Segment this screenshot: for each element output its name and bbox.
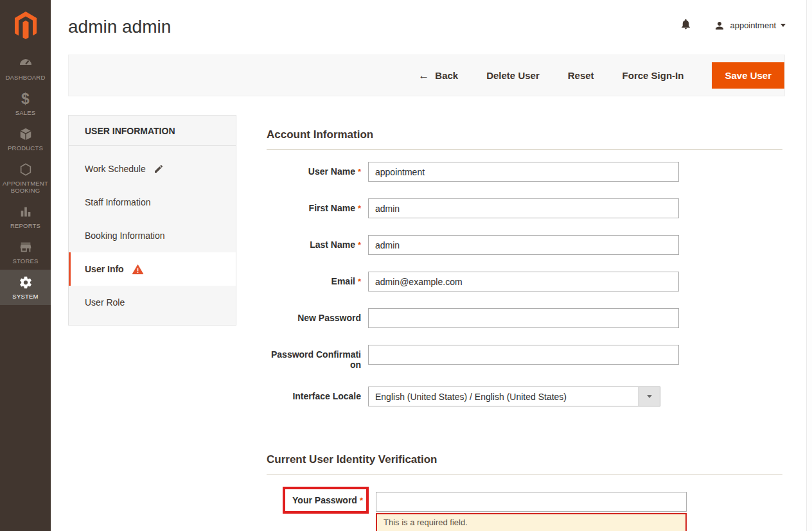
field-label: Password Confirmation bbox=[267, 345, 361, 370]
sidebar-item-label: SYSTEM bbox=[12, 293, 38, 300]
tab-label: User Info bbox=[85, 264, 124, 274]
delete-user-button[interactable]: Delete User bbox=[486, 70, 540, 81]
sidebar-item-sales[interactable]: $ SALES bbox=[0, 86, 51, 121]
account-information-heading: Account Information bbox=[267, 128, 782, 150]
sidebar-item-label: APPOINTMENT BOOKING bbox=[1, 180, 49, 194]
interface-locale-select[interactable]: English (United States) / English (Unite… bbox=[368, 387, 660, 406]
field-row-your-password: Your Password* This is a required field. bbox=[267, 487, 782, 531]
field-label: First Name* bbox=[267, 198, 361, 218]
products-icon bbox=[19, 126, 33, 142]
sidebar-item-label: SALES bbox=[15, 109, 36, 116]
system-gear-icon bbox=[19, 275, 33, 290]
sidebar-item-dashboard[interactable]: DASHBOARD bbox=[0, 51, 51, 86]
required-asterisk: * bbox=[358, 167, 361, 177]
sidebar-item-system[interactable]: SYSTEM bbox=[0, 270, 51, 305]
field-label: Interface Locale bbox=[267, 387, 361, 406]
field-label: User Name* bbox=[267, 162, 361, 182]
user-name-input[interactable] bbox=[368, 162, 679, 182]
tab-user-role[interactable]: User Role bbox=[69, 286, 236, 319]
user-menu-label: appointment bbox=[730, 21, 776, 30]
warning-triangle-icon bbox=[132, 263, 144, 275]
page-scrollbar[interactable] bbox=[806, 0, 812, 531]
tab-staff-information[interactable]: Staff Information bbox=[69, 186, 236, 219]
first-name-input[interactable] bbox=[368, 198, 679, 218]
tab-label: Booking Information bbox=[85, 231, 165, 241]
required-asterisk: * bbox=[360, 496, 363, 505]
appointment-booking-icon bbox=[19, 162, 33, 177]
tabs-panel-title: USER INFORMATION bbox=[69, 116, 236, 146]
caret-down-icon bbox=[781, 24, 786, 27]
identity-verification-heading: Current User Identity Verification bbox=[267, 453, 782, 474]
save-user-button[interactable]: Save User bbox=[712, 62, 784, 89]
field-label: Last Name* bbox=[267, 235, 361, 255]
field-label: Email* bbox=[267, 272, 361, 292]
tab-booking-information[interactable]: Booking Information bbox=[69, 219, 236, 252]
pencil-edit-icon bbox=[154, 164, 164, 174]
admin-user-menu[interactable]: appointment bbox=[714, 20, 786, 31]
page-header: admin admin appointment bbox=[51, 0, 812, 55]
sidebar-item-products[interactable]: PRODUCTS bbox=[0, 121, 51, 157]
sidebar-item-reports[interactable]: REPORTS bbox=[0, 199, 51, 234]
select-dropdown-button[interactable] bbox=[639, 387, 660, 406]
app-sidebar: DASHBOARD $ SALES PRODUCTS APPOINTMENT B… bbox=[0, 0, 51, 531]
back-arrow-icon: ← bbox=[418, 69, 429, 82]
your-password-input[interactable] bbox=[376, 492, 687, 512]
sidebar-item-stores[interactable]: STORES bbox=[0, 234, 51, 270]
tab-work-schedule[interactable]: Work Schedule bbox=[69, 152, 236, 186]
header-actions: appointment bbox=[680, 18, 786, 33]
magento-logo-icon bbox=[13, 12, 38, 40]
reset-button[interactable]: Reset bbox=[568, 70, 594, 81]
field-row-interface-locale: Interface Locale English (United States)… bbox=[267, 387, 782, 406]
password-confirmation-input[interactable] bbox=[368, 345, 679, 365]
user-information-tabs: USER INFORMATION Work Schedule Staff Inf… bbox=[68, 115, 236, 326]
field-row-new-password: New Password bbox=[267, 308, 782, 328]
back-button[interactable]: ← Back bbox=[418, 69, 458, 82]
required-asterisk: * bbox=[358, 204, 361, 213]
field-row-password-confirmation: Password Confirmation bbox=[267, 345, 782, 370]
field-row-first-name: First Name* bbox=[267, 198, 782, 218]
your-password-label-annotation: Your Password* bbox=[283, 487, 369, 514]
force-signin-button[interactable]: Force Sign-In bbox=[622, 70, 684, 81]
tab-label: Staff Information bbox=[85, 197, 150, 207]
dashboard-icon bbox=[18, 56, 33, 71]
sidebar-item-label: DASHBOARD bbox=[6, 74, 46, 81]
email-input[interactable] bbox=[368, 272, 679, 292]
field-row-user-name: User Name* bbox=[267, 162, 782, 182]
required-asterisk: * bbox=[358, 240, 361, 250]
sidebar-item-label: STORES bbox=[12, 257, 38, 265]
tabs-list: Work Schedule Staff Information Booking … bbox=[69, 146, 236, 325]
tab-user-info[interactable]: User Info bbox=[69, 252, 236, 286]
sidebar-item-label: REPORTS bbox=[10, 222, 40, 229]
last-name-input[interactable] bbox=[368, 235, 679, 255]
tab-label: User Role bbox=[85, 297, 125, 308]
magento-logo[interactable] bbox=[0, 0, 51, 51]
validation-error-message: This is a required field. bbox=[376, 513, 687, 531]
new-password-input[interactable] bbox=[368, 308, 679, 328]
page-title: admin admin bbox=[68, 17, 171, 37]
reports-icon bbox=[19, 204, 33, 220]
user-edit-form: Account Information User Name* First Nam… bbox=[267, 128, 782, 531]
sales-icon: $ bbox=[21, 91, 30, 107]
stores-icon bbox=[19, 239, 33, 255]
sidebar-item-label: PRODUCTS bbox=[8, 144, 43, 152]
field-label: New Password bbox=[267, 308, 361, 328]
account-person-icon bbox=[714, 20, 725, 31]
tab-label: Work Schedule bbox=[85, 164, 146, 174]
sidebar-item-appointment-booking[interactable]: APPOINTMENT BOOKING bbox=[0, 157, 51, 199]
chevron-down-icon bbox=[647, 395, 652, 398]
back-button-label: Back bbox=[435, 70, 458, 81]
selected-locale-value: English (United States) / English (Unite… bbox=[369, 392, 567, 402]
field-row-email: Email* bbox=[267, 272, 782, 292]
notification-bell-icon[interactable] bbox=[680, 18, 692, 33]
page-actions-toolbar: ← Back Delete User Reset Force Sign-In S… bbox=[68, 55, 785, 96]
field-row-last-name: Last Name* bbox=[267, 235, 782, 255]
required-asterisk: * bbox=[358, 277, 361, 286]
